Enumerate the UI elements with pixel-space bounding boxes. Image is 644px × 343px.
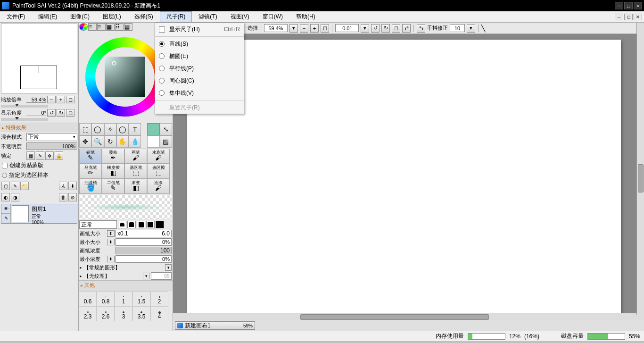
angle-input[interactable] bbox=[335, 24, 359, 32]
size-cell[interactable]: 2.3 bbox=[79, 306, 97, 321]
mdi-restore[interactable]: ◻ bbox=[624, 14, 633, 20]
brush-eraser[interactable]: 橡皮擦◧ bbox=[102, 164, 124, 179]
zoom-reset-button[interactable]: ◻ bbox=[66, 96, 74, 103]
brush-tip-4[interactable] bbox=[146, 221, 155, 228]
background-color[interactable] bbox=[147, 135, 159, 148]
menu-edit[interactable]: 编辑(E) bbox=[32, 11, 64, 22]
toolbar-zoom-in[interactable]: + bbox=[310, 24, 319, 33]
toolbar-flip[interactable]: ⇄ bbox=[402, 24, 411, 33]
lock-paint-button[interactable]: ✎ bbox=[36, 151, 44, 160]
color-wheel-tab[interactable] bbox=[79, 23, 88, 31]
color-rgb-tab[interactable]: ≡ bbox=[88, 23, 97, 31]
angle-slider[interactable] bbox=[1, 118, 48, 121]
maximize-button[interactable]: ◻ bbox=[624, 2, 633, 9]
menu-layer[interactable]: 图层(L) bbox=[96, 11, 128, 22]
menu-view[interactable]: 视图(V) bbox=[224, 11, 256, 22]
foreground-color[interactable] bbox=[147, 123, 159, 135]
color-swatches-tab[interactable]: ⠿ bbox=[115, 23, 124, 31]
minsize-pressure-icon[interactable]: ⬍ bbox=[107, 239, 115, 245]
brush-marker[interactable]: 马克笔✏ bbox=[79, 164, 102, 179]
size-cell[interactable]: 0.8 bbox=[97, 291, 115, 306]
layer-item[interactable]: 👁 ✎ 图层1 正常 100% bbox=[1, 204, 77, 224]
tool-zoom[interactable]: 🔍 bbox=[91, 135, 104, 148]
brush-tip-2[interactable] bbox=[127, 221, 136, 228]
brush-tip-3[interactable] bbox=[137, 221, 145, 228]
layer-visible-icon[interactable]: 👁 bbox=[1, 204, 10, 214]
angle-dropdown[interactable]: ▾ bbox=[361, 24, 369, 33]
min-density-value[interactable]: 0% bbox=[116, 255, 172, 263]
apply-mask-button[interactable]: ◑ bbox=[11, 193, 19, 201]
zoom-dropdown[interactable]: ▾ bbox=[289, 24, 298, 33]
mdi-minimize[interactable]: ─ bbox=[615, 14, 623, 20]
dropdown-line[interactable]: 直线(S) bbox=[155, 38, 244, 50]
canvas[interactable] bbox=[187, 40, 621, 313]
blend-select[interactable]: 正常 bbox=[26, 133, 77, 141]
select-source-radio[interactable] bbox=[2, 173, 7, 178]
brush-gradient[interactable]: 渐变◧ bbox=[124, 179, 147, 194]
dropdown-parallel[interactable]: 平行线(P) bbox=[155, 62, 244, 75]
zoom-in-button[interactable]: + bbox=[57, 96, 65, 103]
dropdown-radial[interactable]: 集中线(V) bbox=[155, 87, 244, 99]
color-hsv-tab[interactable]: ≡ bbox=[97, 23, 106, 31]
tool-hand[interactable]: ✋ bbox=[116, 135, 129, 148]
lock-pixels-button[interactable]: ▦ bbox=[26, 151, 35, 160]
stabilizer-dropdown[interactable]: ▾ bbox=[467, 24, 475, 33]
tool-move[interactable]: ✥ bbox=[79, 135, 91, 148]
size-cell[interactable]: 3 bbox=[115, 306, 132, 321]
size-cell[interactable]: 0.6 bbox=[79, 291, 97, 306]
menu-help[interactable]: 帮助(H) bbox=[289, 11, 322, 22]
brush-watercolor[interactable]: 水彩笔🖌 bbox=[147, 149, 170, 164]
menu-window[interactable]: 窗口(W) bbox=[256, 11, 289, 22]
mindensity-pressure-icon[interactable]: ⬍ bbox=[107, 256, 115, 262]
size-cell[interactable]: 1 bbox=[115, 291, 132, 306]
brush-bucket[interactable]: 油漆桶🪣 bbox=[79, 179, 102, 194]
zoom-slider[interactable] bbox=[1, 105, 48, 108]
tool-magic-wand[interactable]: ✧ bbox=[104, 123, 116, 135]
brush-airbrush[interactable]: 喷枪✒ bbox=[102, 149, 124, 164]
clip-mask-checkbox[interactable] bbox=[2, 163, 8, 168]
shape-preset-row[interactable]: 【常规的圆形】 ▾ bbox=[79, 263, 173, 272]
vertical-scrollbar[interactable] bbox=[636, 23, 644, 315]
size-cell[interactable]: 4 bbox=[150, 306, 168, 321]
brush-binary[interactable]: 二值笔✎ bbox=[102, 179, 124, 194]
texture-preset-dropdown[interactable]: ▾ bbox=[143, 273, 149, 279]
shape-preset-dropdown[interactable]: ▾ bbox=[165, 264, 172, 271]
brush-tip-1[interactable] bbox=[118, 221, 126, 228]
zoom-input[interactable] bbox=[264, 24, 288, 32]
brush-blend-select[interactable]: 正常 bbox=[79, 220, 117, 229]
tool-eyedropper[interactable]: 💧 bbox=[129, 135, 141, 148]
layer-edit-icon[interactable]: ✎ bbox=[1, 214, 10, 223]
menu-image[interactable]: 图像(C) bbox=[64, 11, 96, 22]
size-cell[interactable]: 2.6 bbox=[97, 306, 115, 321]
line-tool-icon[interactable]: ╲ bbox=[481, 25, 485, 32]
size-cell[interactable]: 3.5 bbox=[132, 306, 150, 321]
toolbar-zoom-out[interactable]: − bbox=[300, 24, 308, 33]
tool-rect-select[interactable]: ⬚ bbox=[79, 123, 91, 135]
swap-colors-icon[interactable]: ⤡ bbox=[160, 123, 172, 135]
new-folder-button[interactable]: 📁 bbox=[20, 182, 29, 190]
dropdown-ellipse[interactable]: 椭圆(E) bbox=[155, 50, 244, 62]
size-pressure-icon[interactable]: ⬍ bbox=[107, 230, 115, 237]
density-value[interactable]: 100 bbox=[116, 247, 172, 254]
brush-selpen[interactable]: 选区笔⬚ bbox=[124, 164, 147, 179]
delete-layer-button[interactable]: 🗑 bbox=[59, 193, 67, 201]
navigator-preview[interactable] bbox=[1, 24, 77, 93]
brush-tip-5[interactable] bbox=[156, 221, 164, 228]
texture-preset-row[interactable]: 【无纹理】 ▾ 95 bbox=[79, 272, 173, 280]
lock-move-button[interactable]: ✥ bbox=[45, 151, 54, 160]
toolbar-zoom-fit[interactable]: ◻ bbox=[321, 24, 329, 33]
transform-button[interactable]: A bbox=[59, 182, 67, 190]
brush-paint[interactable]: 油漆🖌 bbox=[147, 179, 170, 194]
min-size-value[interactable]: 0% bbox=[116, 238, 172, 246]
toolbar-rotate-cw[interactable]: ↻ bbox=[381, 24, 390, 33]
lock-all-button[interactable]: 🔒 bbox=[55, 151, 63, 160]
clear-layer-button[interactable]: ⊘ bbox=[68, 193, 77, 201]
rotate-ccw-button[interactable]: ↺ bbox=[47, 109, 56, 117]
rotate-reset-button[interactable]: ◻ bbox=[66, 109, 74, 117]
brush-brush[interactable]: 画笔🖌 bbox=[124, 149, 147, 164]
tool-shape[interactable]: ◯ bbox=[116, 123, 129, 135]
horizontal-scrollbar[interactable] bbox=[173, 313, 644, 320]
other-header[interactable]: 其他 bbox=[79, 280, 173, 290]
brush-size-value[interactable]: x0.16.0 bbox=[116, 230, 172, 237]
tool-text[interactable]: T bbox=[129, 123, 141, 135]
